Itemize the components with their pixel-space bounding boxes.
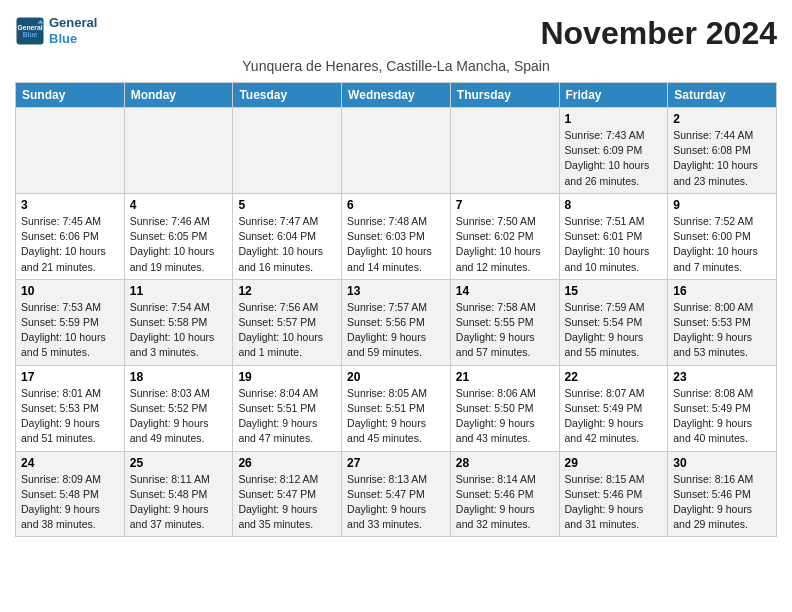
- day-number: 6: [347, 198, 445, 212]
- calendar-cell: [233, 108, 342, 194]
- col-header-sunday: Sunday: [16, 83, 125, 108]
- svg-text:General: General: [17, 23, 42, 30]
- calendar-cell: 7Sunrise: 7:50 AM Sunset: 6:02 PM Daylig…: [450, 193, 559, 279]
- day-number: 27: [347, 456, 445, 470]
- calendar-cell: 1Sunrise: 7:43 AM Sunset: 6:09 PM Daylig…: [559, 108, 668, 194]
- logo-text-general: General: [49, 15, 97, 30]
- calendar-cell: 25Sunrise: 8:11 AM Sunset: 5:48 PM Dayli…: [124, 451, 233, 537]
- calendar-cell: 21Sunrise: 8:06 AM Sunset: 5:50 PM Dayli…: [450, 365, 559, 451]
- calendar-cell: [342, 108, 451, 194]
- calendar-cell: 3Sunrise: 7:45 AM Sunset: 6:06 PM Daylig…: [16, 193, 125, 279]
- day-number: 29: [565, 456, 663, 470]
- calendar-cell: 8Sunrise: 7:51 AM Sunset: 6:01 PM Daylig…: [559, 193, 668, 279]
- day-info: Sunrise: 7:50 AM Sunset: 6:02 PM Dayligh…: [456, 214, 554, 275]
- calendar-cell: 30Sunrise: 8:16 AM Sunset: 5:46 PM Dayli…: [668, 451, 777, 537]
- day-number: 19: [238, 370, 336, 384]
- day-number: 13: [347, 284, 445, 298]
- day-number: 5: [238, 198, 336, 212]
- day-info: Sunrise: 8:12 AM Sunset: 5:47 PM Dayligh…: [238, 472, 336, 533]
- col-header-tuesday: Tuesday: [233, 83, 342, 108]
- day-number: 21: [456, 370, 554, 384]
- day-info: Sunrise: 7:51 AM Sunset: 6:01 PM Dayligh…: [565, 214, 663, 275]
- day-number: 12: [238, 284, 336, 298]
- calendar-cell: 6Sunrise: 7:48 AM Sunset: 6:03 PM Daylig…: [342, 193, 451, 279]
- svg-text:Blue: Blue: [23, 31, 38, 38]
- col-header-saturday: Saturday: [668, 83, 777, 108]
- day-number: 28: [456, 456, 554, 470]
- calendar-cell: 14Sunrise: 7:58 AM Sunset: 5:55 PM Dayli…: [450, 279, 559, 365]
- day-info: Sunrise: 8:08 AM Sunset: 5:49 PM Dayligh…: [673, 386, 771, 447]
- col-header-wednesday: Wednesday: [342, 83, 451, 108]
- day-number: 10: [21, 284, 119, 298]
- day-info: Sunrise: 8:06 AM Sunset: 5:50 PM Dayligh…: [456, 386, 554, 447]
- calendar-cell: 11Sunrise: 7:54 AM Sunset: 5:58 PM Dayli…: [124, 279, 233, 365]
- calendar-cell: 18Sunrise: 8:03 AM Sunset: 5:52 PM Dayli…: [124, 365, 233, 451]
- day-info: Sunrise: 7:53 AM Sunset: 5:59 PM Dayligh…: [21, 300, 119, 361]
- day-info: Sunrise: 7:47 AM Sunset: 6:04 PM Dayligh…: [238, 214, 336, 275]
- day-info: Sunrise: 7:45 AM Sunset: 6:06 PM Dayligh…: [21, 214, 119, 275]
- day-number: 8: [565, 198, 663, 212]
- calendar-cell: 15Sunrise: 7:59 AM Sunset: 5:54 PM Dayli…: [559, 279, 668, 365]
- calendar-cell: 19Sunrise: 8:04 AM Sunset: 5:51 PM Dayli…: [233, 365, 342, 451]
- day-number: 30: [673, 456, 771, 470]
- day-number: 17: [21, 370, 119, 384]
- day-info: Sunrise: 8:11 AM Sunset: 5:48 PM Dayligh…: [130, 472, 228, 533]
- day-info: Sunrise: 8:16 AM Sunset: 5:46 PM Dayligh…: [673, 472, 771, 533]
- day-info: Sunrise: 8:04 AM Sunset: 5:51 PM Dayligh…: [238, 386, 336, 447]
- calendar-cell: 2Sunrise: 7:44 AM Sunset: 6:08 PM Daylig…: [668, 108, 777, 194]
- day-info: Sunrise: 8:07 AM Sunset: 5:49 PM Dayligh…: [565, 386, 663, 447]
- day-number: 24: [21, 456, 119, 470]
- day-number: 3: [21, 198, 119, 212]
- day-info: Sunrise: 7:52 AM Sunset: 6:00 PM Dayligh…: [673, 214, 771, 275]
- day-info: Sunrise: 7:58 AM Sunset: 5:55 PM Dayligh…: [456, 300, 554, 361]
- subtitle: Yunquera de Henares, Castille-La Mancha,…: [15, 58, 777, 74]
- logo: General Blue General Blue: [15, 15, 97, 46]
- day-info: Sunrise: 7:59 AM Sunset: 5:54 PM Dayligh…: [565, 300, 663, 361]
- day-number: 16: [673, 284, 771, 298]
- calendar-cell: 16Sunrise: 8:00 AM Sunset: 5:53 PM Dayli…: [668, 279, 777, 365]
- day-number: 4: [130, 198, 228, 212]
- day-info: Sunrise: 8:15 AM Sunset: 5:46 PM Dayligh…: [565, 472, 663, 533]
- calendar-cell: 24Sunrise: 8:09 AM Sunset: 5:48 PM Dayli…: [16, 451, 125, 537]
- day-number: 1: [565, 112, 663, 126]
- day-number: 9: [673, 198, 771, 212]
- calendar-cell: 22Sunrise: 8:07 AM Sunset: 5:49 PM Dayli…: [559, 365, 668, 451]
- day-number: 14: [456, 284, 554, 298]
- day-info: Sunrise: 7:54 AM Sunset: 5:58 PM Dayligh…: [130, 300, 228, 361]
- calendar-cell: 13Sunrise: 7:57 AM Sunset: 5:56 PM Dayli…: [342, 279, 451, 365]
- calendar-cell: 10Sunrise: 7:53 AM Sunset: 5:59 PM Dayli…: [16, 279, 125, 365]
- calendar-cell: 5Sunrise: 7:47 AM Sunset: 6:04 PM Daylig…: [233, 193, 342, 279]
- calendar-cell: 12Sunrise: 7:56 AM Sunset: 5:57 PM Dayli…: [233, 279, 342, 365]
- day-info: Sunrise: 8:00 AM Sunset: 5:53 PM Dayligh…: [673, 300, 771, 361]
- day-info: Sunrise: 8:09 AM Sunset: 5:48 PM Dayligh…: [21, 472, 119, 533]
- day-number: 23: [673, 370, 771, 384]
- day-number: 2: [673, 112, 771, 126]
- calendar-cell: 29Sunrise: 8:15 AM Sunset: 5:46 PM Dayli…: [559, 451, 668, 537]
- day-number: 20: [347, 370, 445, 384]
- col-header-friday: Friday: [559, 83, 668, 108]
- day-info: Sunrise: 8:13 AM Sunset: 5:47 PM Dayligh…: [347, 472, 445, 533]
- day-info: Sunrise: 7:46 AM Sunset: 6:05 PM Dayligh…: [130, 214, 228, 275]
- calendar-cell: [450, 108, 559, 194]
- day-number: 15: [565, 284, 663, 298]
- calendar-cell: 17Sunrise: 8:01 AM Sunset: 5:53 PM Dayli…: [16, 365, 125, 451]
- day-number: 26: [238, 456, 336, 470]
- calendar-cell: 27Sunrise: 8:13 AM Sunset: 5:47 PM Dayli…: [342, 451, 451, 537]
- calendar-cell: 9Sunrise: 7:52 AM Sunset: 6:00 PM Daylig…: [668, 193, 777, 279]
- logo-icon: General Blue: [15, 16, 45, 46]
- calendar-cell: [124, 108, 233, 194]
- day-number: 22: [565, 370, 663, 384]
- day-info: Sunrise: 7:43 AM Sunset: 6:09 PM Dayligh…: [565, 128, 663, 189]
- calendar-cell: 28Sunrise: 8:14 AM Sunset: 5:46 PM Dayli…: [450, 451, 559, 537]
- day-number: 25: [130, 456, 228, 470]
- calendar-cell: [16, 108, 125, 194]
- calendar-cell: 23Sunrise: 8:08 AM Sunset: 5:49 PM Dayli…: [668, 365, 777, 451]
- logo-text-blue: Blue: [49, 31, 77, 46]
- day-info: Sunrise: 8:03 AM Sunset: 5:52 PM Dayligh…: [130, 386, 228, 447]
- day-number: 18: [130, 370, 228, 384]
- calendar-cell: 20Sunrise: 8:05 AM Sunset: 5:51 PM Dayli…: [342, 365, 451, 451]
- day-info: Sunrise: 8:05 AM Sunset: 5:51 PM Dayligh…: [347, 386, 445, 447]
- day-info: Sunrise: 8:14 AM Sunset: 5:46 PM Dayligh…: [456, 472, 554, 533]
- day-info: Sunrise: 7:57 AM Sunset: 5:56 PM Dayligh…: [347, 300, 445, 361]
- day-info: Sunrise: 8:01 AM Sunset: 5:53 PM Dayligh…: [21, 386, 119, 447]
